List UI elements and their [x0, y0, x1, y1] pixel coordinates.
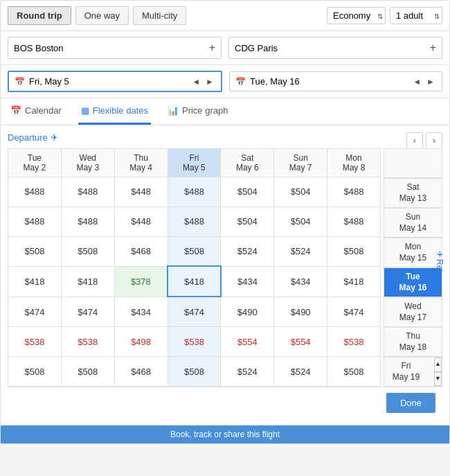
price-cell-2-5[interactable]: $524 — [274, 236, 327, 266]
dates-row: 📅 Fri, May 5 ◄ ► 📅 Tue, May 16 ◄ ► — [1, 65, 449, 98]
price-cell-1-3[interactable]: $488 — [168, 206, 221, 236]
departure-text: Departure — [8, 132, 48, 143]
price-cell-3-2[interactable]: $378 — [114, 266, 168, 297]
depart-date-value: Fri, May 5 — [29, 76, 69, 87]
price-cell-6-4[interactable]: $524 — [221, 357, 274, 387]
col-header-6[interactable]: MonMay 8 — [327, 149, 381, 177]
price-cell-4-5[interactable]: $490 — [274, 297, 327, 326]
origin-field[interactable]: BOS Boston + — [8, 37, 222, 59]
column-headers-row: TueMay 2WedMay 3ThuMay 4FriMay 5SatMay 6… — [8, 149, 381, 177]
price-cell-6-3[interactable]: $508 — [168, 357, 221, 387]
adults-select-wrap[interactable]: 1 adult 2 adults 3 adults — [390, 7, 442, 24]
next-week-btn[interactable]: › — [426, 132, 442, 149]
return-scroll-down[interactable]: ▼ — [434, 372, 442, 387]
price-cell-6-2[interactable]: $468 — [114, 357, 168, 387]
price-cell-5-4[interactable]: $554 — [221, 327, 274, 357]
adults-select[interactable]: 1 adult 2 adults 3 adults — [390, 7, 442, 24]
price-cell-3-1[interactable]: $418 — [61, 266, 114, 297]
price-cell-2-1[interactable]: $508 — [61, 236, 114, 266]
multi-city-button[interactable]: Multi-city — [133, 6, 186, 25]
price-cell-5-6[interactable]: $538 — [327, 327, 381, 357]
table-row: $508$508$468$508$524$524$508 — [8, 236, 381, 266]
col-header-5[interactable]: SunMay 7 — [274, 149, 327, 177]
origin-add-btn[interactable]: + — [209, 42, 215, 54]
tab-calendar-label: Calendar — [25, 105, 62, 116]
departure-plane-icon: ✈ — [51, 132, 58, 143]
price-cell-2-2[interactable]: $468 — [114, 236, 168, 266]
price-cell-0-4[interactable]: $504 — [221, 177, 274, 207]
price-cell-1-6[interactable]: $488 — [327, 206, 381, 236]
price-cell-2-0[interactable]: $508 — [8, 236, 62, 266]
price-cell-3-3[interactable]: $418 — [168, 266, 221, 297]
price-cell-5-2[interactable]: $498 — [114, 327, 168, 357]
price-cell-5-0[interactable]: $538 — [8, 327, 62, 357]
price-cell-1-2[interactable]: $448 — [114, 206, 168, 236]
price-grid: TueMay 2WedMay 3ThuMay 4FriMay 5SatMay 6… — [8, 148, 381, 387]
col-header-3[interactable]: FriMay 5 — [168, 149, 221, 177]
price-cell-6-0[interactable]: $508 — [8, 357, 62, 387]
price-cell-4-0[interactable]: $474 — [8, 297, 62, 326]
col-header-0[interactable]: TueMay 2 — [8, 149, 62, 177]
col-header-2[interactable]: ThuMay 4 — [114, 149, 168, 177]
price-cell-2-6[interactable]: $508 — [327, 236, 381, 266]
price-cell-0-6[interactable]: $488 — [327, 177, 381, 207]
col-header-1[interactable]: WedMay 3 — [61, 149, 114, 177]
price-cell-0-3[interactable]: $488 — [168, 177, 221, 207]
round-trip-button[interactable]: Round trip — [8, 6, 71, 25]
price-cell-0-0[interactable]: $488 — [8, 177, 62, 207]
price-cell-4-1[interactable]: $474 — [61, 297, 114, 326]
destination-field[interactable]: CDG Paris + — [228, 37, 442, 59]
price-cell-1-1[interactable]: $488 — [61, 206, 114, 236]
return-cell-5[interactable]: ThuMay 18 — [384, 327, 442, 357]
return-cell-3[interactable]: TueMay 16 — [384, 267, 442, 297]
done-button[interactable]: Done — [386, 393, 435, 413]
price-cell-4-3[interactable]: $474 — [168, 297, 221, 326]
table-row: $538$538$498$538$554$554$538 — [8, 327, 381, 357]
return-cell-2[interactable]: MonMay 15 — [384, 238, 442, 267]
destination-add-btn[interactable]: + — [430, 42, 436, 54]
class-select-wrap[interactable]: Economy Business First — [327, 7, 386, 24]
return-field[interactable]: 📅 Tue, May 16 ◄ ► — [229, 71, 442, 91]
depart-field[interactable]: 📅 Fri, May 5 ◄ ► — [8, 71, 222, 92]
depart-next-btn[interactable]: ► — [204, 77, 215, 87]
return-cell-1[interactable]: SunMay 14 — [384, 208, 442, 238]
locations-row: BOS Boston + CDG Paris + — [1, 31, 449, 65]
tab-calendar[interactable]: 📅 Calendar — [8, 98, 64, 125]
price-cell-4-2[interactable]: $434 — [114, 297, 168, 326]
price-cell-0-5[interactable]: $504 — [274, 177, 327, 207]
return-cell-4[interactable]: WedMay 17 — [384, 297, 442, 327]
price-cell-5-3[interactable]: $538 — [168, 327, 221, 357]
price-cell-2-4[interactable]: $524 — [221, 236, 274, 266]
price-cell-0-2[interactable]: $448 — [114, 177, 168, 207]
price-cell-5-1[interactable]: $538 — [61, 327, 114, 357]
price-cell-0-1[interactable]: $488 — [61, 177, 114, 207]
tab-flexible[interactable]: ▦ Flexible dates — [78, 98, 151, 125]
price-cell-4-4[interactable]: $490 — [221, 297, 274, 326]
price-cell-2-3[interactable]: $508 — [168, 236, 221, 266]
tab-flexible-label: Flexible dates — [93, 105, 148, 116]
price-cell-3-5[interactable]: $434 — [274, 266, 327, 297]
return-scroll-up[interactable]: ▲ — [434, 358, 442, 372]
one-way-button[interactable]: One way — [75, 6, 129, 25]
price-cell-6-6[interactable]: $508 — [327, 357, 381, 387]
return-cell-6[interactable]: FriMay 19 ▲ ▼ — [384, 357, 442, 387]
price-cell-3-6[interactable]: $418 — [327, 266, 381, 297]
col-header-4[interactable]: SatMay 6 — [221, 149, 274, 177]
price-cell-6-5[interactable]: $524 — [274, 357, 327, 387]
depart-prev-btn[interactable]: ◄ — [190, 77, 201, 87]
class-select[interactable]: Economy Business First — [327, 7, 386, 24]
price-cell-1-5[interactable]: $504 — [274, 206, 327, 236]
tab-pricegraph[interactable]: 📊 Price graph — [165, 98, 231, 125]
return-cell-0[interactable]: SatMay 13 — [384, 178, 442, 208]
return-next-btn[interactable]: ► — [425, 77, 436, 87]
price-cell-6-1[interactable]: $508 — [61, 357, 114, 387]
destination-text: CDG Paris — [235, 43, 278, 53]
price-cell-5-5[interactable]: $554 — [274, 327, 327, 357]
price-cell-3-0[interactable]: $418 — [8, 266, 62, 297]
price-cell-1-4[interactable]: $504 — [221, 206, 274, 236]
prev-week-btn[interactable]: ‹ — [406, 132, 423, 149]
price-cell-3-4[interactable]: $434 — [221, 266, 274, 297]
return-prev-btn[interactable]: ◄ — [411, 77, 422, 87]
price-cell-1-0[interactable]: $488 — [8, 206, 62, 236]
price-cell-4-6[interactable]: $474 — [327, 297, 381, 326]
